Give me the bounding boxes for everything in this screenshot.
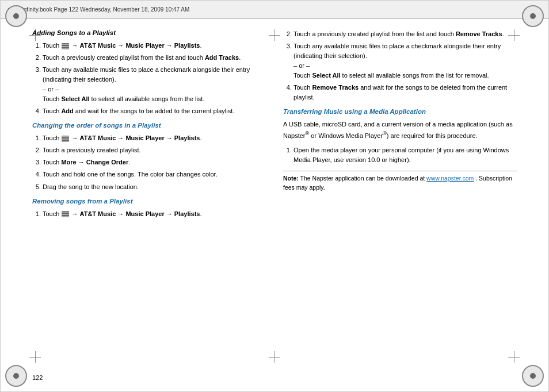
section-adding-title: Adding Songs to a Playlist: [32, 29, 266, 36]
section-removing-title: Removing songs from a Playlist: [32, 198, 266, 205]
list-item: Touch any available music files to place…: [43, 65, 266, 104]
menu-icon: [62, 211, 69, 217]
svg-rect-0: [62, 44, 69, 45]
svg-rect-1: [62, 46, 69, 47]
list-item: Touch and hold one of the songs. The col…: [43, 170, 266, 179]
napster-link[interactable]: www.napster.com: [426, 175, 474, 182]
note-text: The Napster application can be downloade…: [300, 175, 426, 182]
list-item: Touch → AT&T Music → Music Player → Play…: [43, 133, 266, 143]
svg-rect-6: [62, 212, 69, 213]
left-column: Adding Songs to a Playlist Touch → AT&T …: [32, 19, 266, 360]
svg-rect-2: [62, 48, 69, 49]
section-changing-order: Changing the order of songs in a Playlis…: [32, 122, 266, 191]
corner-decoration-tr: [522, 5, 544, 27]
header-text: a887 Infinity.book Page 122 Wednesday, N…: [7, 6, 189, 13]
list-item: Touch a previously created playlist from…: [293, 29, 517, 39]
svg-rect-4: [62, 139, 69, 140]
removing-songs-list: Touch → AT&T Music → Music Player → Play…: [32, 209, 266, 219]
list-item: Touch More → Change Order.: [43, 157, 266, 167]
list-item: Touch a previously created playlist.: [43, 145, 266, 155]
page-number: 122: [32, 374, 43, 381]
section-transferring-title: Transferring Music using a Media Applica…: [283, 108, 517, 115]
list-item: Touch a previously created playlist from…: [43, 53, 266, 63]
section-removing-songs: Removing songs from a Playlist Touch → A…: [32, 198, 266, 219]
transferring-intro: A USB cable, microSD card, and a current…: [283, 120, 517, 141]
page: a887 Infinity.book Page 122 Wednesday, N…: [0, 0, 549, 392]
list-item: Touch Add and wait for the songs to be a…: [43, 106, 266, 116]
list-item: Open the media player on your personal c…: [293, 145, 517, 165]
changing-order-list: Touch → AT&T Music → Music Player → Play…: [32, 133, 266, 191]
right-column: Touch a previously created playlist from…: [283, 19, 517, 360]
menu-icon: [62, 43, 69, 49]
svg-rect-8: [62, 216, 69, 217]
svg-rect-5: [62, 141, 69, 142]
list-item: Touch any available music files to place…: [293, 41, 517, 80]
adding-songs-list: Touch → AT&T Music → Music Player → Play…: [32, 41, 266, 116]
transferring-list: Open the media player on your personal c…: [283, 145, 517, 165]
list-item: Touch → AT&T Music → Music Player → Play…: [43, 209, 266, 219]
section-transferring-music: Transferring Music using a Media Applica…: [283, 108, 517, 165]
menu-icon: [62, 136, 69, 142]
section-changing-title: Changing the order of songs in a Playlis…: [32, 122, 266, 129]
section-adding-songs: Adding Songs to a Playlist Touch → AT&T …: [32, 29, 266, 116]
list-item: Touch Remove Tracks and wait for the son…: [293, 83, 517, 102]
note-box: Note: The Napster application can be dow…: [283, 171, 517, 193]
note-label: Note:: [283, 175, 299, 182]
list-item: Drag the song to the new location.: [43, 182, 266, 192]
list-item: Touch → AT&T Music → Music Player → Play…: [43, 41, 266, 51]
removing-songs-cont: Touch a previously created playlist from…: [283, 29, 517, 102]
svg-rect-7: [62, 214, 69, 215]
corner-decoration-tl: [5, 5, 27, 27]
header-bar: a887 Infinity.book Page 122 Wednesday, N…: [1, 1, 548, 19]
corner-decoration-bl: [5, 365, 27, 387]
corner-decoration-br: [522, 365, 544, 387]
removing-songs-cont-list: Touch a previously created playlist from…: [283, 29, 517, 102]
svg-rect-3: [62, 136, 69, 137]
content-area: Adding Songs to a Playlist Touch → AT&T …: [32, 19, 517, 360]
